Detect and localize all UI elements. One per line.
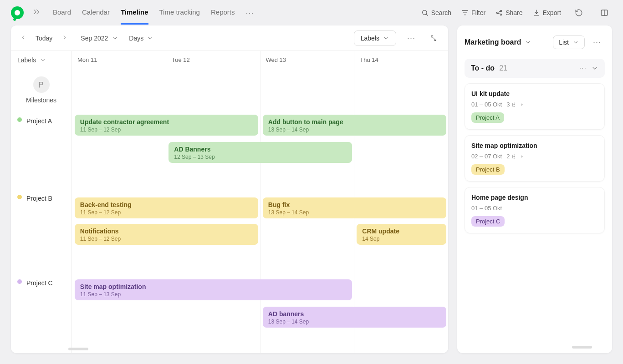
task-title: Notifications: [80, 228, 253, 235]
task-bar[interactable]: Notifications 11 Sep – 12 Sep: [75, 224, 258, 245]
month-label: Sep 2022: [81, 35, 108, 42]
svg-point-10: [515, 157, 515, 158]
day-header: Wed 13: [260, 51, 355, 69]
export-label: Export: [543, 9, 561, 16]
task-bar[interactable]: CRM update 14 Sep: [357, 224, 446, 245]
more-tabs-icon[interactable]: ···: [242, 6, 258, 20]
task-card[interactable]: UI kit update 01 – 05 Okt 3 Project A: [465, 83, 605, 130]
task-dates: 11 Sep – 12 Sep: [80, 209, 253, 216]
row-labels-header[interactable]: Labels: [11, 51, 71, 69]
nav-tabs: Board Calendar Timeline Time tracking Re…: [53, 1, 235, 25]
task-dates: 12 Sep – 13 Sep: [174, 154, 347, 160]
card-tag: Project A: [471, 112, 504, 123]
task-bar[interactable]: AD banners 13 Sep – 14 Sep: [263, 307, 446, 328]
section-header[interactable]: To - do 21 ···: [465, 59, 605, 78]
next-period-icon[interactable]: [60, 32, 70, 44]
card-title: Site map optimization: [471, 142, 598, 149]
svg-point-8: [515, 154, 515, 155]
task-dates: 11 Sep – 12 Sep: [80, 126, 253, 133]
task-bar[interactable]: AD Banners 12 Sep – 13 Sep: [169, 142, 352, 163]
task-bar[interactable]: Update contractor agreement 11 Sep – 12 …: [75, 115, 258, 136]
task-title: Site map optimization: [80, 283, 347, 290]
export-action[interactable]: Export: [533, 9, 561, 16]
task-bar[interactable]: Bug fix 13 Sep – 14 Sep: [263, 197, 446, 218]
share-icon: [495, 9, 503, 16]
play-icon: [520, 154, 524, 159]
chevron-down-icon: [147, 35, 153, 41]
row-project-b[interactable]: Project B: [11, 188, 71, 273]
labels-button-text: Labels: [361, 35, 379, 42]
subtasks-icon: [511, 153, 518, 160]
app-logo[interactable]: [11, 6, 24, 19]
tab-time-tracking[interactable]: Time tracking: [159, 1, 200, 25]
side-more-icon[interactable]: ···: [589, 34, 605, 51]
filter-icon: [461, 9, 469, 16]
export-icon: [533, 9, 540, 16]
card-subtask-count: 2: [506, 153, 510, 160]
svg-point-7: [515, 106, 515, 106]
task-dates: 13 Sep – 14 Sep: [268, 318, 441, 325]
unit-label: Days: [129, 35, 143, 42]
card-subtask-count: 3: [506, 101, 510, 108]
horizontal-scrollbar[interactable]: [68, 348, 88, 350]
task-card[interactable]: Site map optimization 02 – 07 Okt 2 Proj…: [465, 135, 605, 182]
panel-toggle-icon[interactable]: [597, 5, 612, 20]
task-dates: 13 Sep – 14 Sep: [268, 209, 441, 216]
task-title: Add button to main page: [268, 118, 441, 126]
color-dot-green: [17, 117, 22, 122]
tab-reports[interactable]: Reports: [211, 1, 235, 25]
card-dates: 02 – 07 Okt: [471, 153, 502, 160]
task-bar[interactable]: Site map optimization 11 Sep – 13 Sep: [75, 279, 352, 300]
card-tag: Project B: [471, 164, 505, 175]
card-title: Home page design: [471, 194, 598, 201]
row-label-text: Project C: [26, 279, 53, 287]
labels-button[interactable]: Labels: [354, 30, 396, 46]
month-selector[interactable]: Sep 2022: [81, 35, 118, 42]
row-project-a[interactable]: Project A: [11, 111, 71, 188]
tab-timeline[interactable]: Timeline: [121, 1, 148, 25]
side-panel: Marketing board List ··· To - do 21 ··· …: [457, 25, 612, 353]
section-more-icon[interactable]: ···: [579, 64, 587, 72]
task-dates: 13 Sep – 14 Sep: [268, 126, 441, 133]
search-action[interactable]: Search: [421, 9, 451, 16]
tab-calendar[interactable]: Calendar: [82, 1, 110, 25]
search-label: Search: [431, 9, 451, 16]
chevron-down-icon: [383, 35, 389, 41]
task-title: Bug fix: [268, 201, 441, 208]
task-bar[interactable]: Back-end testing 11 Sep – 12 Sep: [75, 197, 258, 218]
prev-period-icon[interactable]: [18, 32, 28, 44]
unit-selector[interactable]: Days: [129, 35, 153, 42]
search-icon: [421, 9, 429, 16]
card-dates: 01 – 05 Okt: [471, 101, 502, 108]
view-mode-button[interactable]: List: [553, 35, 585, 49]
section-count: 21: [499, 64, 507, 72]
task-title: AD banners: [268, 310, 441, 318]
card-tag: Project C: [471, 216, 505, 227]
task-card[interactable]: Home page design 01 – 05 Okt Project C: [465, 187, 605, 233]
chevron-down-icon[interactable]: [591, 65, 598, 72]
more-options-icon[interactable]: ···: [403, 30, 419, 46]
filter-action[interactable]: Filter: [461, 9, 485, 16]
day-header: Thu 14: [354, 51, 448, 69]
flag-icon: [38, 81, 45, 88]
refresh-icon[interactable]: [571, 5, 587, 20]
share-action[interactable]: Share: [495, 9, 522, 16]
section-title: To - do: [471, 64, 495, 72]
task-bar[interactable]: Add button to main page 13 Sep – 14 Sep: [263, 115, 446, 136]
task-dates: 11 Sep – 13 Sep: [80, 291, 347, 298]
expand-sidebar-icon[interactable]: [31, 6, 42, 19]
row-project-c[interactable]: Project C: [11, 273, 71, 346]
tab-board[interactable]: Board: [53, 1, 71, 25]
today-button[interactable]: Today: [36, 35, 52, 42]
horizontal-scrollbar[interactable]: [572, 346, 592, 349]
row-label-text: Project A: [26, 117, 52, 125]
fullscreen-icon[interactable]: [426, 31, 441, 46]
chevron-down-icon: [40, 57, 46, 63]
row-label-text: Project B: [26, 195, 52, 202]
card-title: UI kit update: [471, 90, 598, 97]
board-selector[interactable]: Marketing board: [465, 38, 531, 46]
row-milestones[interactable]: Milestones: [11, 69, 71, 111]
row-labels-title: Labels: [17, 56, 36, 64]
task-title: AD Banners: [174, 146, 347, 153]
svg-point-6: [515, 104, 515, 105]
